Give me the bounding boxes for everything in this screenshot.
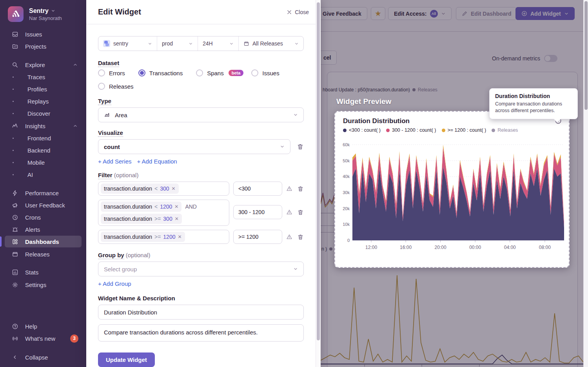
sidebar-item-label: Collapse	[25, 354, 48, 361]
svg-text:16:00: 16:00	[400, 245, 412, 250]
filter-alias-input[interactable]	[233, 230, 282, 244]
sidebar-item-backend[interactable]: Backend	[5, 144, 82, 156]
org-switcher[interactable]: Sentry Nar Saynorath	[8, 6, 62, 22]
filter-chip[interactable]: transaction.duration >= 300 ✕	[101, 214, 182, 224]
filter-chip[interactable]: transaction.duration >= 1200 ✕	[101, 232, 185, 242]
chip-remove-icon[interactable]: ✕	[172, 186, 176, 191]
chip-remove-icon[interactable]: ✕	[178, 234, 181, 240]
type-label: Type	[98, 98, 304, 104]
sidebar-item-projects[interactable]: Projects	[5, 40, 82, 52]
filter-conditions-field[interactable]: transaction.duration < 1200 ✕ AND transa…	[98, 200, 229, 226]
chip-value: 300	[160, 185, 169, 192]
sidebar-item-issues[interactable]: Issues	[5, 28, 82, 40]
filter-alias-input[interactable]	[233, 205, 282, 219]
sidebar-item-alerts[interactable]: Alerts	[5, 223, 82, 235]
sidebar-item-collapse[interactable]: Collapse	[5, 351, 82, 363]
legend-item[interactable]: >= 1200 : count( )	[442, 127, 486, 133]
page-scrollbar[interactable]	[583, 0, 588, 367]
sidebar-item-label: Issues	[25, 31, 42, 38]
radio-circle	[98, 83, 105, 90]
trash-icon	[297, 185, 304, 192]
sidebar-section-explore[interactable]: Explore	[5, 59, 82, 71]
and-conjunction: AND	[183, 203, 198, 210]
sidebar-item-profiles[interactable]: Profiles	[5, 83, 82, 95]
radio-circle-checked	[138, 69, 145, 76]
chevron-up-icon	[73, 62, 78, 67]
radio-errors[interactable]: Errors	[98, 69, 125, 76]
sidebar-item-settings[interactable]: Settings	[5, 279, 82, 291]
delete-filter-button[interactable]	[297, 234, 304, 240]
sidebar-item-label: Discover	[27, 110, 50, 117]
widget-preview-heading: Widget Preview	[336, 97, 391, 106]
radio-issues[interactable]: Issues	[251, 69, 279, 76]
sidebar-item-label: Alerts	[25, 226, 40, 233]
svg-text:20k: 20k	[343, 206, 350, 211]
sidebar-item-stats[interactable]: Stats	[5, 266, 82, 278]
widget-name-input[interactable]	[98, 305, 304, 320]
radio-spans[interactable]: Spans	[196, 69, 224, 76]
chevron-down-icon	[294, 42, 299, 46]
update-widget-button[interactable]: Update Widget	[98, 352, 155, 367]
sidebar-item-discover[interactable]: Discover	[5, 107, 82, 119]
sidebar-item-label: Backend	[27, 147, 50, 154]
sidebar-item-frontend[interactable]: Frontend	[5, 132, 82, 144]
group-by-label: Group by (optional)	[98, 252, 304, 258]
delete-series-button[interactable]	[297, 143, 304, 150]
sidebar-item-ai[interactable]: AI	[5, 169, 82, 180]
time-range-select[interactable]: 24H	[198, 36, 239, 51]
legend-dot	[386, 129, 390, 132]
sidebar-item-help[interactable]: Help	[5, 320, 82, 332]
chip-remove-icon[interactable]: ✕	[174, 204, 178, 209]
sidebar-item-releases[interactable]: Releases	[5, 248, 82, 260]
dashboards-grid-icon	[11, 238, 19, 245]
delete-filter-button[interactable]	[297, 185, 304, 192]
group-by-select[interactable]: Select group	[98, 262, 304, 276]
chip-operator: >=	[154, 234, 161, 240]
project-select[interactable]: sentry	[98, 36, 157, 51]
clock-icon	[11, 214, 19, 221]
sidebar-item-whats-new[interactable]: What's new 3	[5, 332, 82, 344]
radio-releases[interactable]: Releases	[98, 83, 134, 90]
add-equation-link[interactable]: + Add Equation	[137, 158, 177, 165]
radio-transactions[interactable]: Transactions	[138, 69, 183, 76]
add-series-link[interactable]: + Add Series	[98, 158, 131, 165]
legend-item[interactable]: 300 - 1200 : count( )	[386, 127, 436, 133]
sidebar-item-user-feedback[interactable]: User Feedback	[5, 199, 82, 211]
close-button[interactable]: Close	[287, 9, 309, 15]
sidebar-item-performance[interactable]: Performance	[5, 187, 82, 199]
dataset-options-row: Errors Transactions Spans beta Issues	[98, 69, 304, 76]
sidebar-item-crons[interactable]: Crons	[5, 211, 82, 223]
sidebar-item-traces[interactable]: Traces	[5, 71, 82, 83]
chart-type-select[interactable]: Area	[98, 107, 304, 122]
filter-conditions-field[interactable]: transaction.duration < 300 ✕	[98, 182, 229, 196]
visualize-select[interactable]: count	[98, 139, 290, 154]
environment-value: prod	[162, 40, 173, 47]
modal-scrollbar[interactable]	[316, 0, 321, 367]
filter-chip[interactable]: transaction.duration < 300 ✕	[101, 184, 179, 194]
page-scrollbar-thumb[interactable]	[584, 1, 588, 110]
legend-item-releases[interactable]: Releases	[492, 127, 518, 133]
warning-icon	[286, 209, 292, 215]
sidebar-item-replays[interactable]: Replays	[5, 95, 82, 107]
widget-description-textarea[interactable]: Compare transaction durations across dif…	[98, 324, 304, 342]
sidebar-section-insights[interactable]: Insights	[5, 120, 82, 132]
filter-conditions-field[interactable]: transaction.duration >= 1200 ✕	[98, 230, 229, 244]
chart-type-value: Area	[115, 112, 127, 118]
legend-item[interactable]: <300 : count( )	[343, 127, 381, 133]
project-value: sentry	[113, 40, 128, 47]
svg-text:20:00: 20:00	[435, 245, 446, 250]
delete-filter-button[interactable]	[297, 209, 304, 216]
filter-alias-input[interactable]	[233, 182, 282, 196]
chip-remove-icon[interactable]: ✕	[175, 216, 179, 222]
releases-select[interactable]: All Releases	[239, 36, 303, 51]
sidebar-item-mobile[interactable]: Mobile	[5, 156, 82, 168]
radio-label: Spans	[207, 70, 224, 76]
sidebar-item-dashboards[interactable]: Dashboards	[5, 236, 82, 247]
modal-scrollbar-thumb[interactable]	[317, 2, 320, 340]
legend-label: Releases	[497, 127, 518, 133]
widget-description-tooltip: Duration Distribution Compare transactio…	[489, 88, 578, 119]
filter-chip[interactable]: transaction.duration < 1200 ✕	[101, 202, 181, 212]
environment-select[interactable]: prod	[157, 36, 198, 51]
widget-preview-card: Duration Distribution <300 : count( ) 30…	[334, 111, 570, 268]
add-group-link[interactable]: + Add Group	[98, 280, 131, 287]
